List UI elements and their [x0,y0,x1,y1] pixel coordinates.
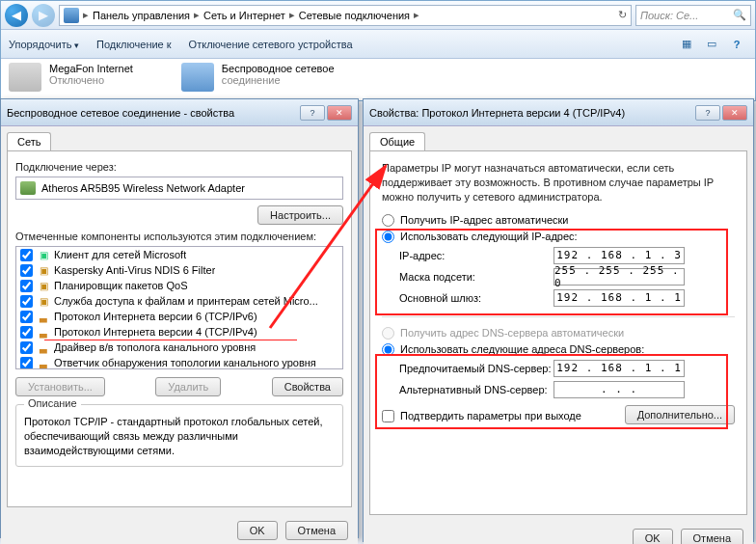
highlight-underline [44,340,297,340]
breadcrumb-item[interactable]: Сеть и Интернет [203,10,285,21]
components-label: Отмеченные компоненты используются этим … [15,231,343,242]
adapter-name: Atheros AR5B95 Wireless Network Adapter [41,182,245,194]
description-group: Описание Протокол TCP/IP - стандартный п… [15,404,343,467]
help-button[interactable]: ? [695,105,720,121]
service-icon: ▣ [37,263,50,277]
breadcrumb[interactable]: ▸ Панель управления ▸ Сеть и Интернет ▸ … [59,5,632,26]
search-input[interactable]: Поиск: Се... 🔍 [635,5,751,26]
install-button[interactable]: Установить... [15,377,105,396]
gateway-field[interactable]: 192 . 168 . 1 . 1 [554,289,685,307]
protocol-icon: ▃ [37,310,50,323]
wireless-icon [181,63,214,92]
validate-label: Подтвердить параметры при выходе [400,410,581,422]
back-button[interactable]: ◀ [5,4,28,27]
dialog-footer: OK Отмена [364,521,753,544]
radio-use-ip[interactable] [382,231,394,243]
component-checkbox[interactable] [20,264,33,277]
connection-item[interactable]: MegaFon Internet Отключено [9,63,133,92]
tab-body: Подключение через: Atheros AR5B95 Wirele… [7,150,352,507]
component-checkbox[interactable] [20,295,33,308]
properties-button[interactable]: Свойства [272,377,343,396]
view-icon[interactable]: ▦ [676,34,697,55]
ip-address-field[interactable]: 192 . 168 . 1 . 3 [554,247,685,264]
tab-body: Параметры IP могут назначаться автоматич… [369,150,747,515]
component-checkbox[interactable] [20,280,33,292]
help-button[interactable]: ? [300,105,325,121]
advanced-button[interactable]: Дополнительно... [625,405,735,424]
component-checkbox[interactable] [20,341,33,354]
titlebar: Беспроводное сетевое соединение - свойст… [1,99,358,126]
cancel-button[interactable]: Отмена [285,521,348,540]
description-text: Параметры IP могут назначаться автоматич… [382,161,735,204]
connection-item[interactable]: Беспроводное сетевое соединение [181,63,335,92]
validate-checkbox[interactable] [382,410,394,422]
component-label: Протокол Интернета версии 4 (TCP/IPv4) [54,326,257,338]
breadcrumb-item[interactable]: Сетевые подключения [299,10,410,21]
dns1-field[interactable]: 192 . 168 . 1 . 1 [554,360,685,377]
ok-button[interactable]: OK [633,529,673,544]
ipv4-properties-dialog: Свойства: Протокол Интернета версии 4 (T… [363,98,754,542]
radio-use-dns[interactable] [382,343,394,356]
remove-button[interactable]: Удалить [155,377,221,396]
component-label: Протокол Интернета версии 6 (TCP/IPv6) [54,311,257,322]
preview-icon[interactable]: ▭ [701,34,722,55]
protocol-icon: ▃ [37,356,50,369]
component-label: Служба доступа к файлам и принтерам сете… [54,295,318,307]
client-icon: ▣ [37,248,50,261]
explorer-window: ◀ ▶ ▸ Панель управления ▸ Сеть и Интерне… [0,0,756,101]
toolbar: Упорядочить Подключение к Отключение сет… [1,30,755,59]
component-checkbox[interactable] [20,357,33,369]
radio-label: Использовать следующий IP-адрес: [400,231,578,242]
cancel-button[interactable]: Отмена [681,529,743,544]
connection-status: соединение [222,74,335,86]
close-button[interactable]: ✕ [722,105,747,121]
adapter-field: Atheros AR5B95 Wireless Network Adapter [15,177,343,200]
component-label: Клиент для сетей Microsoft [54,249,186,260]
gateway-label: Основной шлюз: [399,292,554,304]
forward-button[interactable]: ▶ [32,4,55,27]
dns1-label: Предпочитаемый DNS-сервер: [399,363,554,374]
tab-general[interactable]: Общие [369,132,425,150]
subnet-mask-label: Маска подсети: [399,271,554,283]
disable-device-button[interactable]: Отключение сетевого устройства [189,39,353,50]
components-list[interactable]: ▣Клиент для сетей Microsoft ▣Kaspersky A… [15,246,343,369]
organize-menu[interactable]: Упорядочить [9,39,79,50]
refresh-icon[interactable]: ↻ [618,9,627,21]
component-label: Драйвер в/в тополога канального уровня [54,341,256,353]
close-button[interactable]: ✕ [327,105,352,121]
component-checkbox[interactable] [20,249,33,261]
network-icon [9,63,41,92]
connection-status: Отключено [49,74,133,86]
breadcrumb-item[interactable]: Панель управления [93,10,190,21]
configure-button[interactable]: Настроить... [257,205,343,225]
help-icon[interactable]: ? [726,34,747,55]
radio-obtain-ip-auto[interactable] [382,214,394,227]
dns2-field[interactable]: . . . [554,381,685,398]
search-icon: 🔍 [733,9,746,21]
component-checkbox[interactable] [20,326,33,339]
description-text: Протокол TCP/IP - стандартный протокол г… [24,415,335,458]
component-label: Kaspersky Anti-Virus NDIS 6 Filter [54,264,215,276]
dialog-footer: OK Отмена [1,513,358,544]
ip-address-label: IP-адрес: [399,250,554,261]
subnet-mask-field[interactable]: 255 . 255 . 255 . 0 [554,268,685,286]
dns2-label: Альтернативный DNS-сервер: [399,384,554,395]
connections-area: MegaFon Internet Отключено Беспроводное … [1,59,755,95]
connect-via-label: Подключение через: [15,161,343,173]
connect-to-button[interactable]: Подключение к [96,39,172,50]
service-icon: ▣ [37,294,50,308]
component-checkbox[interactable] [20,311,33,323]
tabstrip: Сеть [1,126,358,150]
connection-name: MegaFon Internet [49,63,133,74]
protocol-icon: ▃ [37,325,50,339]
dialog-title: Свойства: Протокол Интернета версии 4 (T… [369,107,625,119]
ok-button[interactable]: OK [237,521,278,540]
radio-label: Получить IP-адрес автоматически [400,214,568,226]
adapter-icon [20,181,36,195]
address-bar: ◀ ▶ ▸ Панель управления ▸ Сеть и Интерне… [1,1,755,30]
connection-name: Беспроводное сетевое [222,63,335,74]
description-heading: Описание [24,397,81,409]
component-label: Ответчик обнаружения топологии канальног… [54,357,316,368]
radio-obtain-dns-auto [382,327,394,340]
tab-network[interactable]: Сеть [7,132,51,150]
